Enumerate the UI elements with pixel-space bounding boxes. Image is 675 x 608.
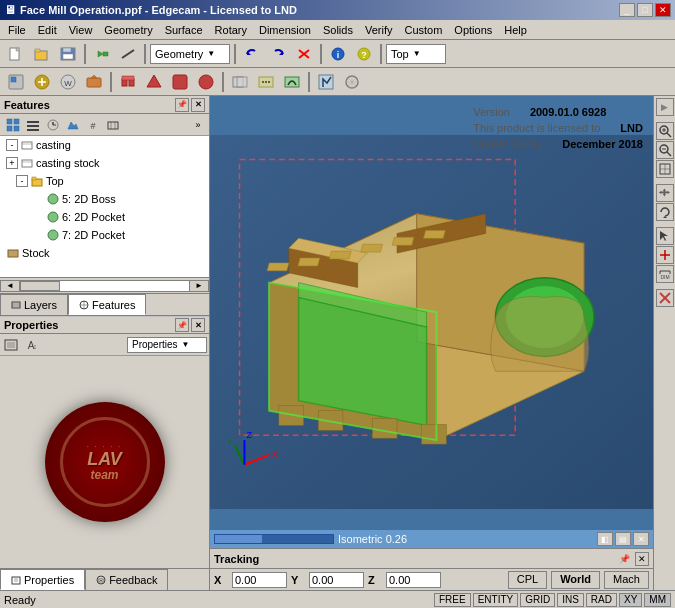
menu-solids[interactable]: Solids [317,22,359,38]
tool-btn-12[interactable] [314,71,338,93]
menu-rotary[interactable]: Rotary [209,22,253,38]
status-entity[interactable]: ENTITY [473,593,519,607]
right-btn-select[interactable] [656,227,674,245]
tab-layers[interactable]: Layers [0,294,68,315]
tool-btn-1[interactable] [4,71,28,93]
menu-custom[interactable]: Custom [398,22,448,38]
world-button[interactable]: World [551,571,600,589]
status-grid[interactable]: GRID [520,593,555,607]
new-button[interactable] [4,43,28,65]
undo-button[interactable] [240,43,264,65]
expand-casting[interactable]: - [6,139,18,151]
tool-btn-10[interactable] [254,71,278,93]
tracking-pin-button[interactable]: 📌 [617,552,631,566]
feat-toolbar-btn6[interactable] [104,116,122,134]
menu-file[interactable]: File [2,22,32,38]
right-btn-rotate[interactable] [656,203,674,221]
status-mm[interactable]: MM [644,593,671,607]
cancel-button[interactable] [292,43,316,65]
prop-close-button[interactable]: ✕ [191,318,205,332]
expand-casting-stock[interactable]: + [6,157,18,169]
vp-close[interactable]: ✕ [633,532,649,546]
line-select[interactable] [116,43,140,65]
tab-properties[interactable]: Properties [0,569,85,590]
right-btn-x[interactable] [656,289,674,307]
right-btn-zoom-out[interactable] [656,141,674,159]
tab-features[interactable]: Features [68,294,146,315]
open-button[interactable] [30,43,54,65]
title-bar-controls[interactable]: _ □ ✕ [619,3,671,17]
scroll-thumb[interactable] [20,281,60,291]
status-rad[interactable]: RAD [586,593,617,607]
mach-button[interactable]: Mach [604,571,649,589]
tree-item-casting-stock[interactable]: + casting stock [0,154,209,172]
tool-btn-9[interactable] [228,71,252,93]
tree-item-2dpocket1[interactable]: 6: 2D Pocket [0,208,209,226]
tool-btn-5[interactable] [116,71,140,93]
z-input[interactable] [386,572,441,588]
menu-dimension[interactable]: Dimension [253,22,317,38]
right-btn-zoom-fit[interactable] [656,160,674,178]
tree-item-2dboss[interactable]: 5: 2D Boss [0,190,209,208]
tool-btn-11[interactable] [280,71,304,93]
right-btn-1[interactable]: ▶ [656,98,674,116]
tree-item-2dpocket2[interactable]: 7: 2D Pocket [0,226,209,244]
panel-close-button[interactable]: ✕ [191,98,205,112]
prop-toolbar-btn2[interactable]: A↕ [22,336,40,354]
menu-surface[interactable]: Surface [159,22,209,38]
viewport-controls[interactable]: ◧ ▤ ✕ [597,532,649,546]
arrow-button[interactable] [90,43,114,65]
menu-view[interactable]: View [63,22,99,38]
menu-geometry[interactable]: Geometry [98,22,158,38]
feat-toolbar-more[interactable]: » [191,118,205,132]
status-xy[interactable]: XY [619,593,642,607]
tool-btn-6[interactable] [142,71,166,93]
tool-btn-2[interactable] [30,71,54,93]
menu-help[interactable]: Help [498,22,533,38]
tree-item-stock[interactable]: Stock [0,244,209,262]
features-hscroll[interactable]: ◄ ► [0,277,209,293]
right-btn-pan[interactable] [656,184,674,202]
right-btn-cross[interactable] [656,246,674,264]
properties-header-buttons[interactable]: 📌 ✕ [175,318,205,332]
tree-item-top[interactable]: - Top [0,172,209,190]
scroll-right-btn[interactable]: ► [189,280,209,292]
menu-verify[interactable]: Verify [359,22,399,38]
tree-item-casting[interactable]: - casting [0,136,209,154]
feat-toolbar-btn3[interactable] [44,116,62,134]
scroll-left-btn[interactable]: ◄ [0,280,20,292]
y-input[interactable] [309,572,364,588]
tracking-close-button[interactable]: ✕ [635,552,649,566]
tool-btn-7[interactable] [168,71,192,93]
x-input[interactable] [232,572,287,588]
menu-edit[interactable]: Edit [32,22,63,38]
prop-pin-button[interactable]: 📌 [175,318,189,332]
redo-button[interactable] [266,43,290,65]
panel-pin-button[interactable]: 📌 [175,98,189,112]
feat-toolbar-btn1[interactable] [4,116,22,134]
cpl-button[interactable]: CPL [508,571,547,589]
tool-btn-3[interactable]: W [56,71,80,93]
tab-feedback[interactable]: ✉ Feedback [85,569,168,590]
question-button[interactable]: ? [352,43,376,65]
prop-toolbar-btn1[interactable] [2,336,20,354]
status-free[interactable]: FREE [434,593,471,607]
prop-dropdown[interactable]: Properties ▼ [127,337,207,353]
maximize-button[interactable]: □ [637,3,653,17]
vp-btn-1[interactable]: ◧ [597,532,613,546]
tool-btn-13[interactable] [340,71,364,93]
right-btn-dim[interactable]: DIM [656,265,674,283]
info-button[interactable]: i [326,43,350,65]
geometry-dropdown[interactable]: Geometry ▼ [150,44,230,64]
expand-top[interactable]: - [16,175,28,187]
top-dropdown[interactable]: Top ▼ [386,44,446,64]
vp-btn-2[interactable]: ▤ [615,532,631,546]
viewport-area[interactable]: X Y Z Version 2009.01.0 6928 This produc… [210,96,653,548]
tool-btn-4[interactable] [82,71,106,93]
save-button[interactable] [56,43,80,65]
feat-toolbar-btn4[interactable] [64,116,82,134]
status-ins[interactable]: INS [557,593,584,607]
tool-btn-8[interactable] [194,71,218,93]
feat-toolbar-btn2[interactable] [24,116,42,134]
panel-header-buttons[interactable]: 📌 ✕ [175,98,205,112]
